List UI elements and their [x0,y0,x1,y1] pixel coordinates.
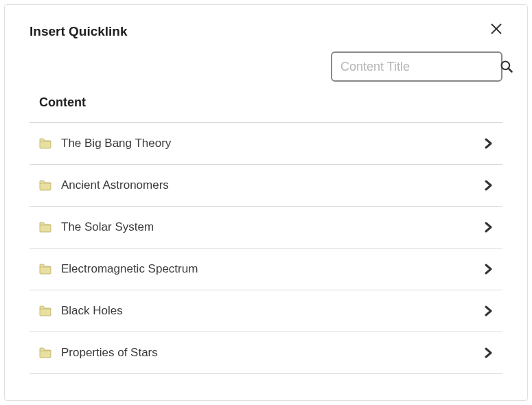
section-header: Content [30,95,502,123]
chevron-right-icon [485,305,493,316]
list-item[interactable]: The Solar System [30,207,502,248]
search-row [30,51,502,82]
list-item[interactable]: The Big Bang Theory [30,123,502,165]
search-box[interactable] [331,51,502,82]
chevron-right-icon [485,347,493,358]
search-input[interactable] [340,60,500,74]
item-label: Black Holes [61,304,485,318]
folder-icon [39,305,51,316]
list-item[interactable]: Electromagnetic Spectrum [30,248,502,290]
folder-icon [39,222,51,233]
dialog-frame: Insert Quicklink Content [4,4,528,401]
item-label: Properties of Stars [61,346,485,360]
list-item[interactable]: Properties of Stars [30,332,502,374]
dialog-title: Insert Quicklink [30,24,128,39]
folder-icon [39,138,51,149]
svg-line-3 [509,69,512,72]
chevron-right-icon [485,180,493,191]
item-label: The Solar System [61,220,485,234]
chevron-right-icon [485,138,493,149]
dialog-header: Insert Quicklink [30,24,502,39]
list-item[interactable]: Ancient Astronomers [30,165,502,207]
chevron-right-icon [485,264,493,275]
content-list: The Big Bang Theory Ancient Astronomers [30,123,502,374]
folder-icon [39,347,51,358]
search-icon [500,60,513,73]
item-label: Electromagnetic Spectrum [61,262,485,276]
chevron-right-icon [485,222,493,233]
list-item[interactable]: Black Holes [30,290,502,332]
item-label: Ancient Astronomers [61,178,485,192]
close-icon [490,23,502,35]
item-label: The Big Bang Theory [61,137,485,150]
folder-icon [39,180,51,191]
folder-icon [39,264,51,275]
close-button[interactable] [490,23,502,38]
dialog: Insert Quicklink Content [5,5,527,381]
